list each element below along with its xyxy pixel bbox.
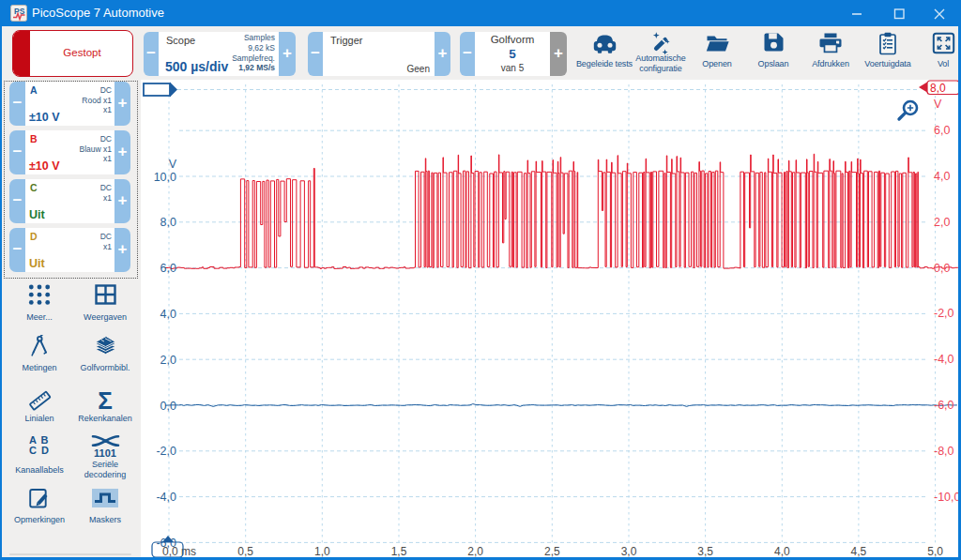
svg-text:-2,0: -2,0: [156, 445, 176, 458]
svg-text:-6,0: -6,0: [934, 399, 954, 412]
svg-text:2,0: 2,0: [934, 216, 950, 229]
svg-text:4,0: 4,0: [774, 545, 790, 558]
svg-text:Σ: Σ: [98, 389, 113, 412]
svg-text:-4,0: -4,0: [934, 353, 954, 366]
svg-text:1,5: 1,5: [391, 545, 407, 558]
svg-text:3,5: 3,5: [697, 545, 713, 558]
svg-text:0,0: 0,0: [934, 262, 950, 275]
svg-text:8,0: 8,0: [160, 216, 176, 229]
svg-text:-2,0: -2,0: [934, 307, 954, 320]
svg-text:-4,0: -4,0: [156, 491, 176, 504]
svg-text:4,0: 4,0: [160, 308, 176, 321]
svg-text:PS: PS: [14, 7, 25, 16]
svg-text:2,5: 2,5: [544, 545, 560, 558]
svg-text:1,0: 1,0: [314, 545, 330, 558]
svg-text:V: V: [934, 98, 942, 111]
svg-text:5,0: 5,0: [927, 545, 943, 558]
svg-text:0,0 ms: 0,0 ms: [162, 545, 196, 558]
svg-text:4,5: 4,5: [851, 545, 867, 558]
svg-text:8,0: 8,0: [930, 82, 946, 95]
svg-text:2,0: 2,0: [467, 545, 483, 558]
svg-text:10,0: 10,0: [154, 171, 176, 184]
svg-text:-8,0: -8,0: [934, 445, 954, 458]
svg-text:6,0: 6,0: [934, 124, 950, 137]
svg-text:0,0: 0,0: [160, 400, 176, 413]
svg-text:4,0: 4,0: [934, 170, 950, 183]
svg-text:6,0: 6,0: [160, 262, 176, 275]
svg-text:2,0: 2,0: [160, 354, 176, 367]
svg-text:3,0: 3,0: [621, 545, 637, 558]
svg-text:0,5: 0,5: [237, 545, 253, 558]
svg-text:-10,0: -10,0: [934, 491, 960, 504]
svg-text:V: V: [169, 158, 177, 171]
